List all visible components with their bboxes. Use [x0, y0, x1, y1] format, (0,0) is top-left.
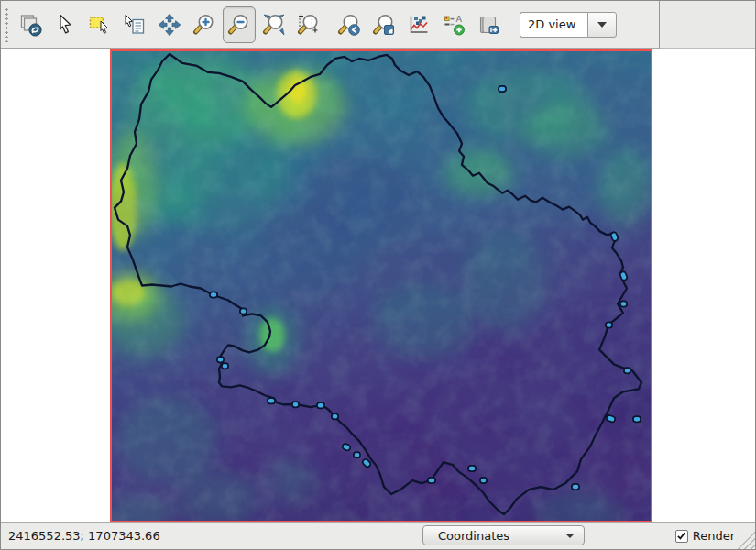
- add-overlay-button[interactable]: A: [437, 6, 470, 43]
- zoom-extent-button[interactable]: [257, 6, 290, 43]
- view-mode-dropdown-button[interactable]: [587, 12, 617, 38]
- zoom-out-icon: [227, 13, 251, 37]
- select-region-icon: [88, 13, 112, 37]
- window-resize-grip[interactable]: [733, 527, 755, 549]
- add-overlay-icon: A: [442, 13, 466, 37]
- zoom-back-button[interactable]: [333, 6, 366, 43]
- svg-text:A: A: [456, 14, 463, 24]
- chevron-down-icon: [597, 22, 607, 28]
- chevron-down-icon: [565, 534, 575, 538]
- pointer-coordinates: 2416552.53; 1707343.66: [8, 529, 160, 543]
- zoom-out-button[interactable]: [223, 6, 256, 43]
- zoom-in-icon: [192, 13, 216, 37]
- zoom-region-icon: [297, 13, 321, 37]
- render-map-button[interactable]: [14, 6, 47, 43]
- render-checkbox-label: Render: [693, 529, 735, 543]
- render-map-icon: [18, 13, 42, 37]
- map-display[interactable]: [110, 50, 652, 522]
- map-canvas-area[interactable]: [1, 49, 755, 522]
- zoom-in-button[interactable]: [188, 6, 221, 43]
- print-map-button[interactable]: [472, 6, 505, 43]
- view-mode-combobox: 2D view: [520, 12, 617, 38]
- statusbar: 2416552.53; 1707343.66 Coordinates Rende…: [1, 522, 755, 549]
- pointer-icon: [53, 13, 77, 37]
- map-toolbar: A 2D view: [1, 1, 660, 49]
- check-icon: [676, 531, 686, 541]
- toolbar-row: A 2D view: [1, 1, 755, 49]
- zoom-back-icon: [337, 13, 361, 37]
- render-option: Render: [675, 522, 735, 549]
- query-vector-icon: [123, 13, 147, 37]
- print-map-icon: [477, 13, 500, 37]
- zoom-to-map-button[interactable]: [367, 6, 400, 43]
- statusbar-mode-selector[interactable]: Coordinates: [422, 525, 585, 545]
- toolbar-empty-area: [660, 1, 755, 49]
- pan-icon: [158, 13, 181, 37]
- statusbar-mode-value: Coordinates: [438, 529, 509, 543]
- zoom-region-button[interactable]: [292, 6, 325, 43]
- pan-button[interactable]: [153, 6, 186, 43]
- select-region-button[interactable]: [83, 6, 116, 43]
- zoom-extent-icon: [262, 13, 286, 37]
- zoom-to-map-icon: [372, 13, 396, 37]
- render-checkbox[interactable]: [675, 530, 688, 543]
- elevation-raster-layer: [112, 51, 651, 521]
- pointer-button[interactable]: [49, 6, 82, 43]
- toolbar-grip-handle[interactable]: [4, 7, 10, 42]
- map-display-window: A 2D view: [0, 0, 756, 550]
- analyze-map-button[interactable]: [402, 6, 435, 43]
- query-button[interactable]: [118, 6, 151, 43]
- view-mode-value[interactable]: 2D view: [520, 12, 587, 38]
- analyze-chart-icon: [407, 13, 431, 37]
